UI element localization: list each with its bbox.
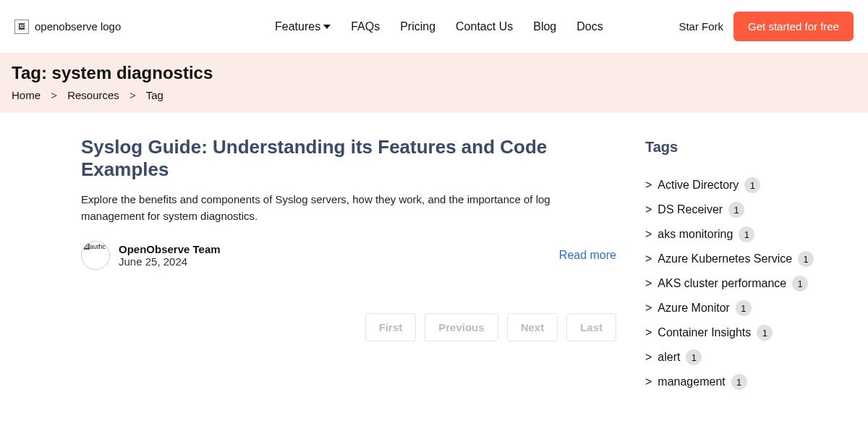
tag-label: AKS cluster performance — [658, 277, 786, 290]
page-last-button[interactable]: Last — [566, 313, 616, 341]
header: 🖼 openobserve logo Features FAQs Pricing… — [0, 0, 868, 53]
get-started-button[interactable]: Get started for free — [733, 12, 854, 41]
tag-count-badge: 1 — [744, 177, 760, 193]
tag-item[interactable]: >AKS cluster performance1 — [645, 276, 833, 292]
author-avatar: 🖼authc — [81, 241, 110, 270]
crumb-home[interactable]: Home — [12, 89, 41, 101]
nav-features[interactable]: Features — [275, 20, 331, 33]
tag-count-badge: 1 — [757, 325, 773, 341]
post-meta: 🖼authc OpenObserve Team June 25, 2024 Re… — [81, 241, 616, 270]
breadcrumb: Home > Resources > Tag — [12, 89, 856, 101]
tag-label: Azure Monitor — [658, 302, 730, 315]
tag-item[interactable]: >Azure Monitor1 — [645, 300, 833, 316]
content: Syslog Guide: Understanding its Features… — [81, 136, 616, 399]
nav-contact[interactable]: Contact Us — [456, 20, 513, 33]
tag-item[interactable]: >aks monitoring1 — [645, 226, 833, 242]
post-date: June 25, 2024 — [119, 255, 221, 268]
logo-alt: openobserve logo — [35, 20, 121, 33]
page-first-button[interactable]: First — [365, 313, 417, 341]
author-block: OpenObserve Team June 25, 2024 — [119, 243, 221, 268]
logo[interactable]: 🖼 openobserve logo — [14, 20, 174, 34]
tag-count-badge: 1 — [736, 300, 752, 316]
tag-label: management — [658, 375, 725, 388]
nav-blog[interactable]: Blog — [533, 20, 556, 33]
chevron-right-icon: > — [645, 252, 652, 265]
pagination: First Previous Next Last — [81, 313, 616, 341]
post-excerpt: Explore the benefits and components of S… — [81, 191, 616, 225]
chevron-right-icon: > — [645, 302, 652, 315]
header-right: Star Fork Get started for free — [678, 12, 854, 41]
page-title: Tag: system diagnostics — [12, 63, 856, 83]
chevron-right-icon: > — [129, 89, 136, 101]
main: Syslog Guide: Understanding its Features… — [0, 113, 868, 399]
tag-count-badge: 1 — [731, 374, 747, 390]
tag-count-badge: 1 — [798, 251, 814, 267]
tag-item[interactable]: >Active Directory1 — [645, 177, 833, 193]
broken-image-icon: 🖼 — [14, 20, 29, 34]
tag-count-badge: 1 — [686, 349, 702, 365]
nav-pricing[interactable]: Pricing — [400, 20, 435, 33]
tags-heading: Tags — [645, 139, 833, 156]
crumb-resources[interactable]: Resources — [67, 89, 119, 101]
chevron-right-icon: > — [645, 351, 652, 364]
tag-item[interactable]: >Container Insights1 — [645, 325, 833, 341]
chevron-right-icon: > — [645, 326, 652, 339]
tags-list: >Active Directory1>DS Receiver1>aks moni… — [645, 177, 833, 390]
nav-faqs[interactable]: FAQs — [351, 20, 380, 33]
chevron-right-icon: > — [645, 203, 652, 216]
chevron-right-icon: > — [645, 179, 652, 192]
tag-item[interactable]: >Azure Kubernetes Service1 — [645, 251, 833, 267]
tag-label: DS Receiver — [658, 203, 723, 216]
tag-label: Container Insights — [658, 326, 751, 339]
sidebar: Tags >Active Directory1>DS Receiver1>aks… — [645, 136, 833, 399]
tag-item[interactable]: >alert1 — [645, 349, 833, 365]
page-next-button[interactable]: Next — [507, 313, 558, 341]
tag-count-badge: 1 — [739, 226, 754, 242]
page-prev-button[interactable]: Previous — [425, 313, 498, 341]
tag-count-badge: 1 — [728, 202, 744, 218]
nav-label: Features — [275, 20, 320, 33]
tag-label: Azure Kubernetes Service — [658, 252, 792, 265]
tag-label: Active Directory — [658, 179, 739, 192]
tag-label: alert — [658, 351, 680, 364]
tag-label: aks monitoring — [658, 228, 733, 241]
tag-count-badge: 1 — [792, 276, 808, 292]
nav-docs[interactable]: Docs — [576, 20, 603, 33]
tag-item[interactable]: >DS Receiver1 — [645, 202, 833, 218]
chevron-right-icon: > — [51, 89, 57, 101]
star-fork-link[interactable]: Star Fork — [678, 20, 723, 33]
crumb-tag[interactable]: Tag — [146, 89, 163, 101]
chevron-right-icon: > — [645, 277, 652, 290]
post-title[interactable]: Syslog Guide: Understanding its Features… — [81, 136, 616, 181]
tag-banner: Tag: system diagnostics Home > Resources… — [0, 53, 868, 113]
read-more-link[interactable]: Read more — [559, 249, 616, 262]
chevron-right-icon: > — [645, 228, 652, 241]
caret-down-icon — [323, 25, 331, 29]
tag-item[interactable]: >management1 — [645, 374, 833, 390]
primary-nav: Features FAQs Pricing Contact Us Blog Do… — [275, 20, 603, 33]
author-name: OpenObserve Team — [119, 243, 221, 255]
chevron-right-icon: > — [645, 375, 652, 388]
